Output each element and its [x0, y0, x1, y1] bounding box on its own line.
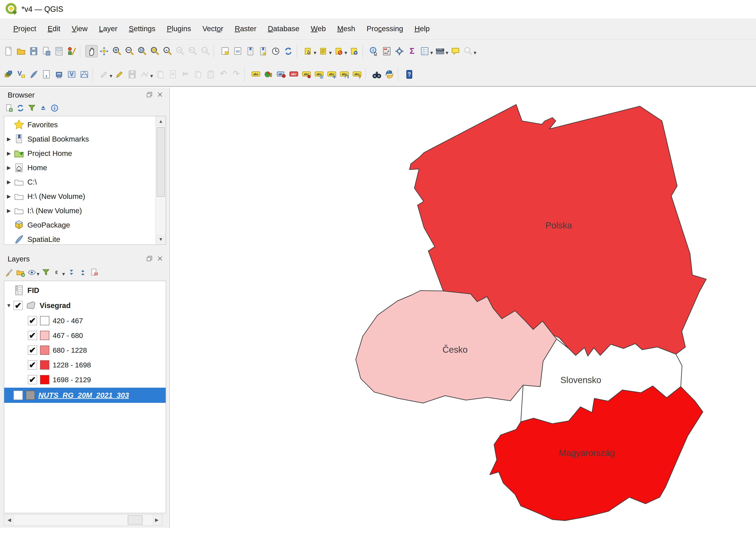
pan-to-selection-icon[interactable] [98, 45, 110, 57]
legend-row-1[interactable]: ✔420 - 467 [4, 314, 166, 328]
new-spatial-bookmark-icon[interactable] [244, 45, 257, 57]
scrollbar-thumb[interactable] [128, 515, 143, 525]
zoom-to-selection-icon[interactable] [149, 45, 161, 57]
add-mesh-layer-icon[interactable] [78, 68, 90, 81]
menu-raster[interactable]: Raster [229, 18, 262, 39]
chevron-right-icon[interactable]: ▶ [4, 165, 14, 171]
visibility-checkbox[interactable]: ✔ [28, 346, 37, 355]
add-delimited-text-layer-icon[interactable]: , [40, 68, 52, 81]
menu-layer[interactable]: Layer [93, 18, 123, 39]
scroll-right-icon[interactable]: ▶ [152, 515, 162, 525]
save-project-as-icon[interactable] [40, 45, 52, 57]
browser-item-geopackage[interactable]: GeoPackage [4, 218, 166, 232]
browser-item-i-new-volume[interactable]: ▶I:\ (New Volume) [4, 204, 166, 218]
menu-processing[interactable]: Processing [361, 18, 409, 39]
menu-view[interactable]: View [66, 18, 93, 39]
chevron-right-icon[interactable]: ▶ [4, 193, 14, 199]
zoom-next-icon[interactable] [187, 45, 199, 57]
browser-item-spatialite[interactable]: SpatiaLite [4, 232, 166, 245]
filter-browser-icon[interactable] [26, 103, 37, 114]
statistical-summary-icon[interactable]: Σ [406, 45, 418, 57]
menu-web[interactable]: Web [305, 18, 331, 39]
add-virtual-layer-icon[interactable]: V [66, 68, 78, 81]
search-places-icon[interactable] [371, 68, 383, 81]
filter-by-expression-icon[interactable]: ε [52, 267, 63, 278]
add-group-icon[interactable] [15, 267, 26, 278]
pin-unpin-labels-icon[interactable]: abc [300, 68, 313, 81]
move-label-icon[interactable]: abc [326, 68, 338, 81]
chevron-right-icon[interactable]: ▶ [4, 208, 14, 214]
browser-item-favorites[interactable]: Favorites [4, 117, 166, 132]
highlight-pinned-labels-icon[interactable]: ab [275, 68, 287, 81]
layer-row-nuts-selected[interactable]: NUTS_RG_20M_2021_303 [4, 388, 166, 403]
visibility-checkbox[interactable]: ✔ [14, 301, 23, 310]
layer-diagram-options-icon[interactable] [262, 68, 275, 81]
layers-close-button[interactable] [155, 254, 164, 263]
browser-item-project-home[interactable]: ▶Project Home [4, 146, 166, 160]
new-print-layout-icon[interactable] [53, 45, 65, 57]
processing-toolbox-icon[interactable] [393, 45, 405, 57]
show-spatial-bookmarks-icon[interactable] [257, 45, 269, 57]
toggle-editing-icon[interactable] [113, 68, 125, 81]
add-spatialite-layer-icon[interactable] [28, 68, 40, 81]
multiedit-attributes-icon[interactable] [154, 68, 166, 81]
open-attribute-table-icon[interactable] [419, 45, 431, 57]
identify-features-icon[interactable]: i [368, 45, 380, 57]
zoom-out-icon[interactable] [123, 45, 136, 57]
add-vector-layer-icon[interactable]: V [15, 68, 27, 81]
rotate-label-icon[interactable]: abc [338, 68, 351, 81]
python-console-icon[interactable] [383, 68, 395, 81]
paste-features-icon[interactable] [205, 68, 217, 81]
open-project-icon[interactable] [15, 45, 27, 57]
current-edits-icon[interactable] [98, 68, 110, 81]
scroll-left-icon[interactable]: ◀ [4, 515, 14, 525]
locator-search-icon[interactable] [462, 45, 474, 57]
legend-row-5[interactable]: ✔1698 - 2129 [4, 373, 166, 387]
layers-hscrollbar[interactable]: ◀ ▶ [4, 514, 162, 526]
menu-vector[interactable]: Vector [197, 18, 229, 39]
add-postgis-layer-icon[interactable] [53, 68, 65, 81]
map-canvas[interactable]: PolskaČeskoSlovenskoMagyarország [170, 88, 756, 528]
deselect-features-icon[interactable] [333, 45, 345, 57]
collapse-all-icon[interactable] [38, 103, 49, 114]
manage-map-themes-icon[interactable] [26, 267, 37, 278]
menu-edit[interactable]: Edit [42, 18, 66, 39]
show-map-tips-icon[interactable] [449, 45, 462, 57]
new-3d-map-view-icon[interactable]: 3D [232, 45, 244, 57]
save-layer-edits-icon[interactable] [126, 68, 138, 81]
zoom-last-icon[interactable] [174, 45, 186, 57]
refresh-map-icon[interactable] [282, 45, 294, 57]
change-label-icon[interactable]: abc [351, 68, 363, 81]
undo-icon[interactable]: ↶ [217, 68, 229, 81]
zoom-full-icon[interactable] [136, 45, 148, 57]
zoom-to-layer-icon[interactable] [161, 45, 173, 57]
legend-row-2[interactable]: ✔467 - 680 [4, 328, 166, 343]
remove-layer-icon[interactable] [89, 267, 100, 278]
layers-float-button[interactable] [145, 254, 154, 263]
expand-all-icon[interactable] [66, 267, 77, 278]
layer-row-fid[interactable]: FID [4, 283, 166, 297]
chevron-right-icon[interactable]: ▶ [4, 151, 14, 156]
menu-plugins[interactable]: Plugins [161, 18, 197, 39]
open-field-calculator-icon[interactable] [381, 45, 393, 57]
visibility-checkbox[interactable]: ✔ [28, 316, 37, 325]
zoom-native-icon[interactable]: 1:1 [199, 45, 211, 57]
show-hide-labels-icon[interactable]: abc [313, 68, 325, 81]
browser-item-c[interactable]: ▶C:\ [4, 175, 166, 189]
save-project-icon[interactable] [28, 45, 40, 57]
help-contents-icon[interactable]: ? [403, 68, 415, 81]
cut-features-icon[interactable]: ✂ [179, 68, 191, 81]
menu-project[interactable]: Project [8, 18, 42, 39]
copy-features-icon[interactable] [192, 68, 204, 81]
toggle-unplaced-labels-icon[interactable]: abc [288, 68, 300, 81]
open-data-source-manager-icon[interactable] [2, 68, 15, 81]
browser-properties-icon[interactable]: i [49, 103, 60, 114]
legend-row-3[interactable]: ✔680 - 1228 [4, 343, 166, 357]
select-by-location-icon[interactable] [348, 45, 361, 57]
delete-selected-icon[interactable]: ✕ [167, 68, 179, 81]
visibility-checkbox[interactable]: ✔ [28, 375, 37, 384]
vertex-tool-icon[interactable] [139, 68, 151, 81]
browser-item-home[interactable]: ▶Home [4, 160, 166, 175]
menu-settings[interactable]: Settings [123, 18, 161, 39]
chevron-down-icon[interactable]: ▼ [4, 303, 14, 309]
